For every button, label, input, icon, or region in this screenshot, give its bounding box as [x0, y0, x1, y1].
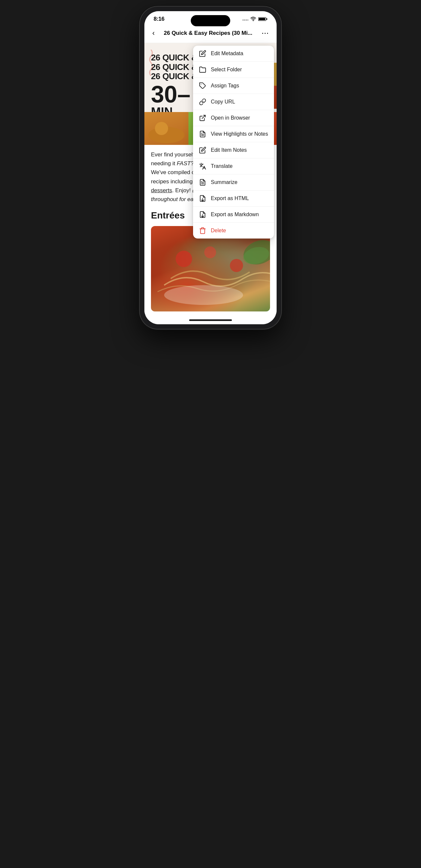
battery-icon — [258, 17, 268, 21]
menu-label-export-markdown: Export as Markdown — [211, 212, 259, 217]
menu-label-translate: Translate — [211, 163, 232, 169]
menu-item-copy-url[interactable]: Copy URL — [193, 94, 274, 110]
menu-label-view-highlights: View Highlights or Notes — [211, 131, 268, 137]
menu-item-view-highlights[interactable]: View Highlights or Notes — [193, 126, 274, 142]
svg-rect-6 — [266, 19, 268, 20]
external-icon — [199, 114, 206, 122]
svg-point-35 — [164, 285, 243, 305]
signal-dots-icon — [243, 18, 248, 21]
menu-item-edit-notes[interactable]: Edit Item Notes — [193, 142, 274, 158]
menu-item-edit-metadata[interactable]: Edit Metadata — [193, 46, 274, 62]
link-icon — [199, 98, 206, 105]
folder-icon — [199, 66, 206, 73]
phone-frame: 8:16 — [140, 7, 281, 329]
menu-label-edit-metadata: Edit Metadata — [211, 51, 244, 57]
menu-label-edit-notes: Edit Item Notes — [211, 147, 247, 153]
svg-line-22 — [202, 115, 205, 119]
svg-point-32 — [204, 246, 216, 258]
status-icons — [243, 17, 268, 21]
delete-icon — [199, 227, 206, 234]
phone-screen: 8:16 — [144, 11, 277, 324]
status-time: 8:16 — [153, 16, 165, 22]
export-md-icon — [199, 211, 206, 218]
nav-bar: ‹ 26 Quick & Easy Recipes (30 Mi... ⋯ — [144, 25, 277, 43]
menu-label-summarize: Summarize — [211, 179, 237, 185]
svg-point-31 — [230, 259, 243, 272]
menu-item-open-browser[interactable]: Open in Browser — [193, 110, 274, 126]
link-desserts[interactable]: desserts — [151, 187, 172, 193]
page-title: 26 Quick & Easy Recipes (30 Mi... — [157, 30, 259, 36]
tag-icon — [199, 82, 206, 89]
svg-point-3 — [247, 20, 248, 21]
svg-point-17 — [155, 122, 168, 135]
summarize-icon — [199, 179, 206, 186]
svg-rect-7 — [259, 18, 265, 20]
svg-point-30 — [176, 251, 192, 267]
home-indicator — [144, 317, 277, 324]
export-html-icon — [199, 195, 206, 202]
highlights-icon — [199, 130, 206, 138]
dynamic-island — [191, 15, 230, 26]
content-area: 26 QUICK & EASY 26 QUICK & EASY 26 QUICK… — [144, 43, 277, 324]
menu-label-delete: Delete — [211, 228, 226, 234]
menu-item-assign-tags[interactable]: Assign Tags — [193, 78, 274, 94]
wifi-icon — [250, 17, 256, 21]
svg-point-1 — [244, 20, 245, 21]
more-button[interactable]: ⋯ — [259, 28, 271, 39]
menu-label-assign-tags: Assign Tags — [211, 83, 239, 89]
home-bar — [189, 319, 232, 321]
svg-point-2 — [246, 20, 247, 21]
menu-item-summarize[interactable]: Summarize — [193, 175, 274, 191]
menu-label-export-html: Export as HTML — [211, 195, 249, 202]
status-bar: 8:16 — [144, 11, 277, 25]
translate-icon — [199, 163, 206, 170]
svg-point-4 — [253, 20, 254, 21]
menu-label-open-browser: Open in Browser — [211, 115, 250, 121]
svg-point-0 — [243, 20, 244, 21]
context-menu: Edit Metadata Select Folder — [193, 46, 274, 239]
menu-label-copy-url: Copy URL — [211, 99, 235, 105]
menu-item-export-markdown[interactable]: Export as Markdown — [193, 207, 274, 223]
menu-label-select-folder: Select Folder — [211, 67, 242, 72]
menu-item-export-html[interactable]: Export as HTML — [193, 191, 274, 207]
edit-icon — [199, 50, 206, 57]
notes-icon — [199, 147, 206, 154]
menu-item-delete[interactable]: Delete — [193, 223, 274, 239]
back-button[interactable]: ‹ — [150, 28, 157, 39]
bottom-food-1 — [144, 112, 189, 145]
menu-item-select-folder[interactable]: Select Folder — [193, 62, 274, 78]
pasta-image — [151, 226, 270, 311]
menu-item-translate[interactable]: Translate — [193, 158, 274, 175]
